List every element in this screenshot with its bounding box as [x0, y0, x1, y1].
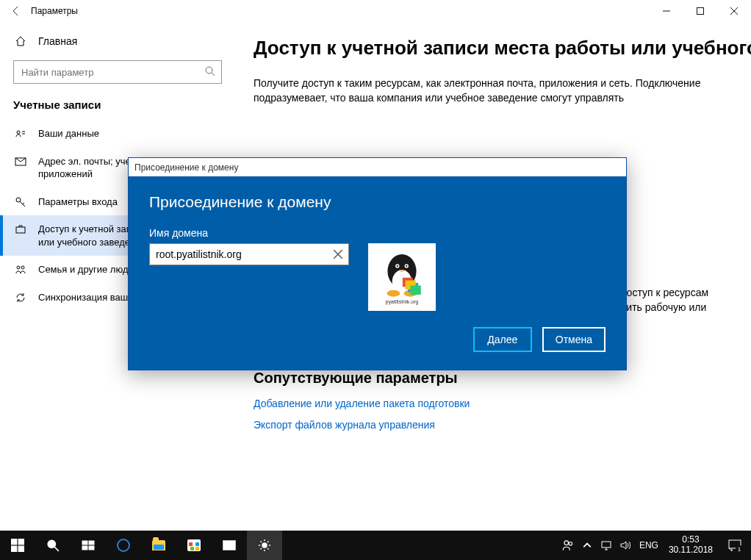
window-titlebar: Параметры — [0, 0, 751, 22]
network-tray-icon[interactable] — [597, 531, 616, 560]
svg-point-24 — [387, 290, 400, 297]
svg-rect-39 — [82, 546, 87, 550]
mail-icon — [13, 156, 28, 168]
clear-input-button[interactable] — [330, 246, 346, 262]
svg-point-14 — [17, 266, 20, 269]
maximize-button[interactable] — [683, 0, 717, 22]
person-card-icon — [13, 128, 28, 140]
dialog-titlebar[interactable]: Присоединение к домену — [129, 158, 626, 177]
taskbar: ENG 0:53 30.11.2018 1 — [0, 531, 751, 560]
svg-line-36 — [54, 547, 59, 551]
start-button[interactable] — [0, 531, 35, 560]
edge-button[interactable] — [106, 531, 141, 560]
search-button[interactable] — [35, 531, 71, 560]
minimize-button[interactable] — [650, 0, 683, 22]
search-icon — [204, 65, 216, 80]
svg-point-15 — [21, 266, 24, 269]
page-title: Доступ к учетной записи места работы или… — [254, 37, 751, 60]
svg-text:1: 1 — [738, 546, 741, 553]
action-center-button[interactable]: 1 — [719, 531, 751, 560]
related-heading: Сопутствующие параметры — [254, 370, 751, 387]
home-link[interactable]: Главная — [0, 29, 235, 53]
join-domain-dialog: Присоединение к домену Присоединение к д… — [128, 157, 627, 370]
intro-text: Получите доступ к таким ресурсам, как эл… — [254, 76, 716, 106]
sidebar-section-label: Учетные записи — [0, 96, 235, 120]
mail-button[interactable] — [212, 531, 247, 560]
clock-time: 0:53 — [669, 535, 713, 545]
svg-line-11 — [20, 201, 25, 207]
svg-rect-45 — [602, 542, 611, 548]
svg-rect-31 — [11, 539, 17, 545]
dialog-heading: Присоединение к домену — [149, 193, 606, 211]
svg-point-22 — [397, 265, 398, 267]
explorer-button[interactable] — [141, 531, 176, 560]
svg-rect-34 — [18, 546, 24, 552]
window-title: Параметры — [31, 6, 78, 16]
language-indicator[interactable]: ENG — [635, 540, 663, 550]
svg-rect-1 — [697, 8, 704, 15]
svg-point-44 — [569, 542, 572, 546]
provisioning-link[interactable]: Добавление или удаление пакета подготовк… — [254, 398, 470, 409]
svg-point-35 — [48, 540, 55, 548]
next-button[interactable]: Далее — [473, 327, 532, 352]
svg-rect-29 — [411, 286, 421, 295]
volume-tray-icon[interactable] — [616, 531, 635, 560]
search-input[interactable] — [13, 60, 222, 84]
domain-field-label: Имя домена — [149, 227, 606, 239]
tray-chevron-icon[interactable] — [578, 531, 597, 560]
clock[interactable]: 0:53 30.11.2018 — [663, 535, 719, 556]
briefcase-icon — [13, 223, 28, 235]
svg-point-43 — [564, 541, 569, 545]
back-button[interactable] — [6, 1, 26, 21]
svg-rect-13 — [16, 227, 25, 233]
dialog-titlebar-text: Присоединение к домену — [134, 162, 238, 173]
home-label: Главная — [38, 35, 77, 47]
sidebar-item-your-info[interactable]: Ваши данные — [0, 120, 235, 148]
svg-text:pyatilistnik.org: pyatilistnik.org — [385, 299, 418, 305]
home-icon — [13, 35, 28, 47]
cancel-button[interactable]: Отмена — [542, 327, 606, 352]
people-icon — [13, 264, 28, 276]
svg-rect-38 — [89, 541, 94, 545]
key-icon — [13, 196, 28, 208]
sync-icon — [13, 292, 28, 304]
settings-taskbar-button[interactable] — [247, 531, 282, 560]
svg-point-42 — [262, 543, 267, 548]
svg-point-4 — [206, 67, 212, 73]
task-view-button[interactable] — [71, 531, 106, 560]
svg-rect-40 — [89, 546, 94, 550]
svg-line-5 — [212, 73, 215, 76]
clock-date: 30.11.2018 — [669, 545, 713, 556]
export-logs-link[interactable]: Экспорт файлов журнала управления — [254, 419, 435, 431]
close-button[interactable] — [717, 0, 751, 22]
svg-line-12 — [23, 203, 24, 204]
sidebar-item-label: Ваши данные — [38, 127, 222, 140]
window-controls — [650, 0, 751, 22]
people-tray-icon[interactable] — [558, 531, 578, 560]
svg-rect-32 — [18, 539, 24, 545]
svg-rect-33 — [11, 546, 17, 552]
svg-point-6 — [17, 131, 20, 134]
domain-input[interactable] — [149, 243, 349, 265]
store-button[interactable] — [176, 531, 212, 560]
svg-rect-37 — [82, 541, 87, 545]
logo-image: pyatilistnik.org — [368, 243, 436, 311]
svg-point-23 — [406, 265, 407, 267]
